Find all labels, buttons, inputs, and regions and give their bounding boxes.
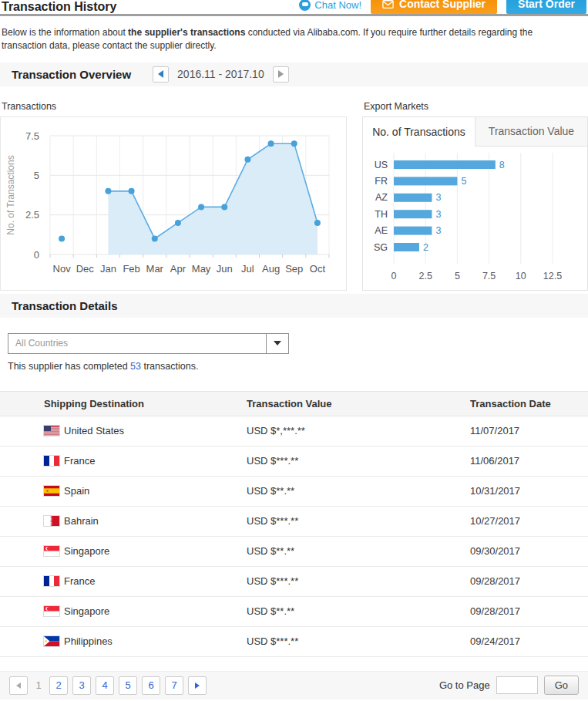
fr-flag-icon xyxy=(44,576,59,586)
transaction-value-cell: USD $**.** xyxy=(247,485,470,497)
page-link-3[interactable]: 3 xyxy=(72,676,91,695)
export-markets-title: Export Markets xyxy=(364,101,588,112)
next-page-button[interactable] xyxy=(188,676,207,695)
transaction-value-cell: USD $*,***.** xyxy=(247,425,470,436)
table-row: FranceUSD $***.**09/28/2017 xyxy=(0,567,588,597)
transaction-date-cell: 09/24/2017 xyxy=(470,635,588,647)
x-tick-label: 2.5 xyxy=(419,271,432,281)
y-tick-label: 5 xyxy=(34,170,39,181)
table-row: FranceUSD $***.**11/06/2017 xyxy=(0,447,588,477)
bar-value-label: 3 xyxy=(435,192,441,203)
table-header-row: Shipping Destination Transaction Value T… xyxy=(0,391,588,416)
bar xyxy=(394,160,496,169)
sg-flag-icon xyxy=(44,546,59,556)
country-name: Philippines xyxy=(64,635,113,647)
data-point xyxy=(105,188,111,194)
transaction-date-cell: 09/28/2017 xyxy=(470,605,588,617)
data-point xyxy=(244,157,250,163)
sg-flag-icon xyxy=(44,606,59,616)
tab-no-of-transactions[interactable]: No. of Transactions xyxy=(363,117,475,147)
data-point xyxy=(129,188,135,194)
transactions-chart-title: Transactions xyxy=(2,101,348,112)
goto-page: Go to Page Go xyxy=(439,676,579,695)
page-header: Transaction History Chat Now! Contact Su… xyxy=(0,0,588,16)
page-link-2[interactable]: 2 xyxy=(49,676,68,695)
y-axis-title: No. of Transactions xyxy=(5,155,16,234)
shipping-destination-cell: United States xyxy=(0,425,247,436)
bar-value-label: 5 xyxy=(461,176,466,187)
transaction-table-body: United StatesUSD $*,***.**11/07/2017Fran… xyxy=(0,416,588,657)
country-filter-dropdown[interactable]: All Countries xyxy=(8,333,289,354)
transaction-details-title: Transaction Details xyxy=(12,299,118,312)
x-tick-label: Jul xyxy=(241,263,254,275)
y-tick-label: 0 xyxy=(34,248,39,260)
date-range-nav: 2016.11 - 2017.10 xyxy=(153,66,289,83)
bar xyxy=(394,177,457,185)
goto-page-input[interactable] xyxy=(496,676,538,694)
x-tick-label: Nov xyxy=(53,263,72,275)
shipping-destination-cell: Spain xyxy=(0,485,247,497)
data-point xyxy=(314,220,321,226)
shipping-destination-cell: Singapore xyxy=(0,605,247,617)
transaction-value-cell: USD $***.** xyxy=(247,515,470,527)
page-link-5[interactable]: 5 xyxy=(119,676,137,695)
header-actions: Chat Now! Contact Supplier Start Order xyxy=(299,0,586,14)
ph-flag-icon xyxy=(44,636,59,646)
country-name: Singapore xyxy=(64,545,109,557)
x-tick-label: 7.5 xyxy=(482,271,496,281)
transaction-value-cell: USD $***.** xyxy=(247,635,470,647)
export-markets-section: Export Markets No. of Transactions Trans… xyxy=(362,86,588,291)
prev-period-button[interactable] xyxy=(153,66,169,83)
page-buttons: 1234567 xyxy=(9,676,207,695)
current-page-number: 1 xyxy=(32,679,45,691)
export-markets-bar-chart: 02.557.51012.5US8FR5AZ3TH3AE3SG2 xyxy=(363,147,587,290)
country-name: Bahrain xyxy=(64,515,99,527)
intro-bold: the supplier's transactions xyxy=(128,27,245,38)
transaction-value-cell: USD $***.** xyxy=(247,455,470,467)
export-markets-tabs: No. of Transactions Transaction Value xyxy=(363,117,587,147)
country-name: United States xyxy=(64,425,124,436)
page-link-4[interactable]: 4 xyxy=(96,676,114,695)
x-tick-label: Oct xyxy=(310,263,326,275)
page-link-7[interactable]: 7 xyxy=(165,676,183,695)
x-tick-label: Sep xyxy=(285,263,303,275)
category-label: US xyxy=(375,159,388,170)
col-transaction-value: Transaction Value xyxy=(247,398,470,409)
page-link-6[interactable]: 6 xyxy=(142,676,160,695)
x-tick-label: May xyxy=(192,263,211,275)
country-name: Singapore xyxy=(64,605,109,617)
goto-page-label: Go to Page xyxy=(439,679,490,691)
x-tick-label: Aug xyxy=(262,263,280,275)
bh-flag-icon xyxy=(44,516,59,526)
table-row: SpainUSD $**.**10/31/2017 xyxy=(0,477,588,507)
next-period-button[interactable] xyxy=(273,66,289,83)
page-title: Transaction History xyxy=(2,0,116,14)
charts-row: Transactions 02.557.5NovDecJanFebMarAprM… xyxy=(0,86,588,291)
filter-area: All Countries xyxy=(0,318,588,354)
chevron-right-icon xyxy=(278,70,284,78)
summary-pre: This supplier has completed xyxy=(8,361,130,372)
chat-now-link[interactable]: Chat Now! xyxy=(299,0,361,14)
data-point xyxy=(152,235,158,241)
dropdown-arrow-button[interactable] xyxy=(266,334,288,353)
start-order-button[interactable]: Start Order xyxy=(506,0,586,14)
tab-transaction-value[interactable]: Transaction Value xyxy=(475,117,587,147)
data-point xyxy=(175,220,181,226)
contact-supplier-label: Contact Supplier xyxy=(399,0,486,14)
bar-value-label: 3 xyxy=(435,225,441,236)
x-tick-label: Mar xyxy=(146,263,164,275)
transaction-value-cell: USD $**.** xyxy=(247,545,470,557)
data-point xyxy=(198,204,204,210)
summary-post: transactions. xyxy=(141,361,198,372)
shipping-destination-cell: France xyxy=(0,455,247,467)
x-tick-label: Jun xyxy=(217,263,233,275)
country-name: France xyxy=(64,455,95,467)
go-button[interactable]: Go xyxy=(544,676,579,695)
intro-pre: Below is the information about xyxy=(2,27,128,38)
contact-supplier-button[interactable]: Contact Supplier xyxy=(371,0,497,14)
bar xyxy=(394,210,432,218)
transactions-table: Shipping Destination Transaction Value T… xyxy=(0,391,588,657)
prev-page-button[interactable] xyxy=(9,676,28,695)
fr-flag-icon xyxy=(44,456,59,466)
shipping-destination-cell: Bahrain xyxy=(0,515,247,527)
